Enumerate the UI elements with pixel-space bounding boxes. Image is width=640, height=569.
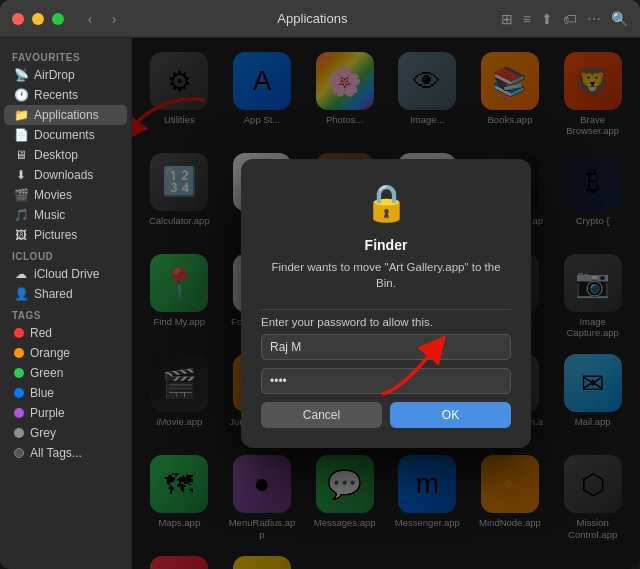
finder-dialog: 🔒 Finder Finder wants to move "Art Galle…	[241, 159, 531, 448]
back-button[interactable]: ‹	[80, 9, 100, 29]
sidebar-item-all-tags[interactable]: All Tags...	[4, 443, 127, 463]
sidebar-item-downloads[interactable]: ⬇ Downloads	[4, 165, 127, 185]
sidebar: Favourites 📡 AirDrop 🕐 Recents 📁 Applica…	[0, 38, 132, 569]
sidebar-label-pictures: Pictures	[34, 228, 77, 242]
recents-icon: 🕐	[14, 88, 28, 102]
sidebar-label-orange: Orange	[30, 346, 70, 360]
sidebar-item-desktop[interactable]: 🖥 Desktop	[4, 145, 127, 165]
all-tags-dot	[14, 448, 24, 458]
tags-label: Tags	[0, 304, 131, 323]
modal-buttons: Cancel OK	[261, 402, 511, 428]
grey-tag-dot	[14, 428, 24, 438]
sidebar-label-purple: Purple	[30, 406, 65, 420]
sidebar-item-pictures[interactable]: 🖼 Pictures	[4, 225, 127, 245]
sidebar-label-applications: Applications	[34, 108, 99, 122]
blue-tag-dot	[14, 388, 24, 398]
sidebar-label-movies: Movies	[34, 188, 72, 202]
sidebar-label-desktop: Desktop	[34, 148, 78, 162]
sidebar-item-shared[interactable]: 👤 Shared	[4, 284, 127, 304]
view-icon[interactable]: ⊞	[501, 11, 513, 27]
sidebar-label-icloud-drive: iCloud Drive	[34, 267, 99, 281]
nav-buttons: ‹ ›	[80, 9, 124, 29]
orange-tag-dot	[14, 348, 24, 358]
sidebar-label-all-tags: All Tags...	[30, 446, 82, 460]
sidebar-label-music: Music	[34, 208, 65, 222]
favourites-label: Favourites	[0, 46, 131, 65]
sidebar-label-green: Green	[30, 366, 63, 380]
modal-title: Finder	[365, 237, 408, 253]
sidebar-item-music[interactable]: 🎵 Music	[4, 205, 127, 225]
sidebar-item-green[interactable]: Green	[4, 363, 127, 383]
sidebar-label-shared: Shared	[34, 287, 73, 301]
main-content: Favourites 📡 AirDrop 🕐 Recents 📁 Applica…	[0, 38, 640, 569]
modal-divider	[261, 309, 511, 310]
sidebar-item-documents[interactable]: 📄 Documents	[4, 125, 127, 145]
sidebar-item-recents[interactable]: 🕐 Recents	[4, 85, 127, 105]
sidebar-label-documents: Documents	[34, 128, 95, 142]
sidebar-label-recents: Recents	[34, 88, 78, 102]
password-input[interactable]	[261, 368, 511, 394]
sidebar-item-movies[interactable]: 🎬 Movies	[4, 185, 127, 205]
minimize-button[interactable]	[32, 13, 44, 25]
toolbar-icons: ⊞ ≡ ⬆ 🏷 ⋯ 🔍	[501, 11, 628, 27]
content-area: ⚙ Utilities A App St... 🌸 Photos... 👁 Im…	[132, 38, 640, 569]
red-tag-dot	[14, 328, 24, 338]
shared-icon: 👤	[14, 287, 28, 301]
modal-overlay: 🔒 Finder Finder wants to move "Art Galle…	[132, 38, 640, 569]
more-icon[interactable]: ⋯	[587, 11, 601, 27]
ok-button[interactable]: OK	[390, 402, 511, 428]
finder-window: ‹ › Applications ⊞ ≡ ⬆ 🏷 ⋯ 🔍 Favourites …	[0, 0, 640, 569]
downloads-icon: ⬇	[14, 168, 28, 182]
sidebar-label-red: Red	[30, 326, 52, 340]
purple-tag-dot	[14, 408, 24, 418]
pictures-icon: 🖼	[14, 228, 28, 242]
movies-icon: 🎬	[14, 188, 28, 202]
desktop-icon: 🖥	[14, 148, 28, 162]
sidebar-label-airdrop: AirDrop	[34, 68, 75, 82]
sidebar-item-orange[interactable]: Orange	[4, 343, 127, 363]
maximize-button[interactable]	[52, 13, 64, 25]
sidebar-item-airdrop[interactable]: 📡 AirDrop	[4, 65, 127, 85]
titlebar: ‹ › Applications ⊞ ≡ ⬆ 🏷 ⋯ 🔍	[0, 0, 640, 38]
sidebar-item-grey[interactable]: Grey	[4, 423, 127, 443]
green-tag-dot	[14, 368, 24, 378]
sort-icon[interactable]: ≡	[523, 11, 531, 27]
music-icon: 🎵	[14, 208, 28, 222]
sidebar-item-blue[interactable]: Blue	[4, 383, 127, 403]
search-icon[interactable]: 🔍	[611, 11, 628, 27]
window-title: Applications	[132, 11, 493, 26]
sidebar-item-purple[interactable]: Purple	[4, 403, 127, 423]
documents-icon: 📄	[14, 128, 28, 142]
sidebar-item-applications[interactable]: 📁 Applications	[4, 105, 127, 125]
share-icon[interactable]: ⬆	[541, 11, 553, 27]
finder-lock-icon: 🔒	[362, 179, 410, 227]
tag-icon[interactable]: 🏷	[563, 11, 577, 27]
username-input[interactable]	[261, 334, 511, 360]
modal-message: Finder wants to move "Art Gallery.app" t…	[261, 259, 511, 291]
sidebar-item-red[interactable]: Red	[4, 323, 127, 343]
close-button[interactable]	[12, 13, 24, 25]
icloud-drive-icon: ☁	[14, 267, 28, 281]
sidebar-label-grey: Grey	[30, 426, 56, 440]
applications-icon: 📁	[14, 108, 28, 122]
sidebar-label-blue: Blue	[30, 386, 54, 400]
forward-button[interactable]: ›	[104, 9, 124, 29]
airdrop-icon: 📡	[14, 68, 28, 82]
cancel-button[interactable]: Cancel	[261, 402, 382, 428]
modal-prompt: Enter your password to allow this.	[261, 316, 433, 328]
icloud-label: iCloud	[0, 245, 131, 264]
sidebar-item-icloud-drive[interactable]: ☁ iCloud Drive	[4, 264, 127, 284]
sidebar-label-downloads: Downloads	[34, 168, 93, 182]
